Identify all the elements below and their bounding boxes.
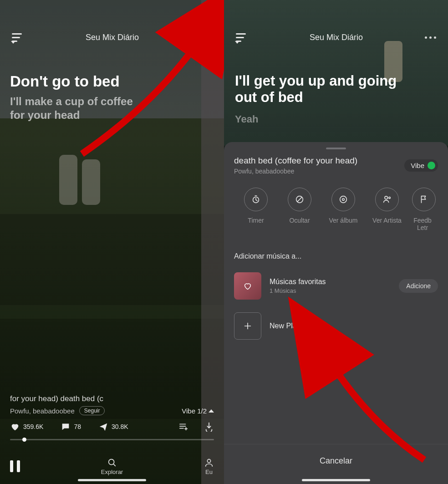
plus-icon: [243, 321, 253, 331]
album-icon: [338, 194, 348, 204]
right-screenshot: Seu Mix Diário I'll get you up and going…: [224, 0, 448, 484]
favorites-name: Músicas favoritas: [270, 278, 326, 286]
right-topbar: Seu Mix Diário: [224, 27, 448, 47]
more-icon[interactable]: [201, 36, 212, 39]
svg-point-4: [340, 196, 347, 203]
song-artist: Powfu, beabadoobee: [10, 407, 75, 415]
home-indicator: [302, 479, 370, 481]
new-playlist-thumb: [234, 312, 261, 340]
flag-icon: [419, 194, 429, 204]
user-icon: [204, 458, 214, 468]
page-title: Seu Mix Diário: [86, 33, 139, 42]
hide-icon: [295, 194, 305, 204]
svg-point-6: [385, 196, 387, 199]
svg-point-1: [207, 459, 210, 462]
sheet-song-title: death bed (coffee for your head): [234, 156, 357, 166]
timer-icon: [251, 194, 261, 204]
heart-outline-icon: [243, 281, 253, 291]
svg-point-5: [342, 199, 345, 201]
favorites-playlist-row[interactable]: Músicas favoritas 1 Músicas Adicione: [224, 269, 448, 303]
engagement-row: 359.6K 78 30.8K: [10, 422, 214, 432]
new-playlist-label: New Playlist: [270, 322, 309, 330]
lyric-current: Don't go to bed: [10, 73, 214, 90]
queue-icon[interactable]: [236, 33, 248, 42]
album-action[interactable]: Ver álbum: [321, 188, 365, 231]
favorites-thumb: [234, 272, 261, 300]
lyric-later: Yeah: [235, 113, 439, 125]
like-button[interactable]: 359.6K: [10, 422, 43, 432]
lyrics-block: I'll get you up and going out of bed Yea…: [235, 73, 439, 125]
sheet-grabber[interactable]: [326, 148, 346, 149]
lyric-current: I'll get you up and going out of bed: [235, 73, 439, 105]
lyric-next: I'll make a cup of coffee for your head: [10, 95, 214, 122]
share-button[interactable]: 30.8K: [98, 422, 128, 432]
player: for your head) death bed (c Powfu, beaba…: [0, 394, 224, 484]
vibe-toggle[interactable]: Vibe 1/2: [182, 407, 214, 415]
heart-icon: [10, 422, 20, 432]
favorites-count: 1 Músicas: [270, 287, 326, 294]
artist-action[interactable]: Ver Artista: [365, 188, 409, 231]
search-icon: [107, 458, 117, 468]
comment-icon: [61, 422, 71, 432]
lyrics-block: Don't go to bed I'll make a cup of coffe…: [10, 73, 214, 122]
download-icon[interactable]: [204, 422, 214, 432]
timer-action[interactable]: Timer: [234, 188, 278, 231]
home-indicator: [78, 479, 146, 481]
bottom-sheet: death bed (coffee for your head) Powfu, …: [224, 142, 448, 484]
playlist-add-icon[interactable]: [178, 422, 188, 432]
sheet-actions-row: Timer Ocultar Ver álbum Ver Artista Feed…: [224, 178, 448, 239]
add-button[interactable]: Adicione: [399, 279, 438, 293]
vibe-toggle-pill[interactable]: Vibe: [404, 159, 438, 172]
svg-point-7: [389, 197, 391, 199]
follow-button[interactable]: Seguir: [79, 406, 105, 415]
pause-button[interactable]: [10, 460, 20, 472]
me-tab[interactable]: Eu: [204, 458, 214, 475]
hide-action[interactable]: Ocultar: [278, 188, 321, 231]
new-playlist-row[interactable]: New Playlist: [224, 309, 448, 343]
queue-icon[interactable]: [12, 33, 24, 42]
more-icon[interactable]: [425, 36, 436, 39]
add-section-label: Adicionar música a...: [224, 239, 448, 269]
artist-icon: [382, 194, 392, 204]
left-screenshot: Seu Mix Diário Don't go to bed I'll make…: [0, 0, 224, 484]
feedback-action[interactable]: Feedb Letr: [409, 188, 436, 231]
song-title: for your head) death bed (c: [10, 394, 103, 403]
progress-bar[interactable]: [10, 439, 214, 440]
cancel-button[interactable]: Cancelar: [224, 444, 448, 484]
comment-button[interactable]: 78: [61, 422, 81, 432]
vibe-status-dot: [428, 162, 435, 169]
chevron-up-icon: [209, 409, 214, 413]
share-icon: [98, 422, 108, 432]
explore-tab[interactable]: Explorar: [101, 458, 123, 475]
left-topbar: Seu Mix Diário: [0, 27, 224, 47]
page-title: Seu Mix Diário: [310, 33, 363, 42]
sheet-song-artist: Powfu, beabadoobee: [234, 168, 357, 175]
